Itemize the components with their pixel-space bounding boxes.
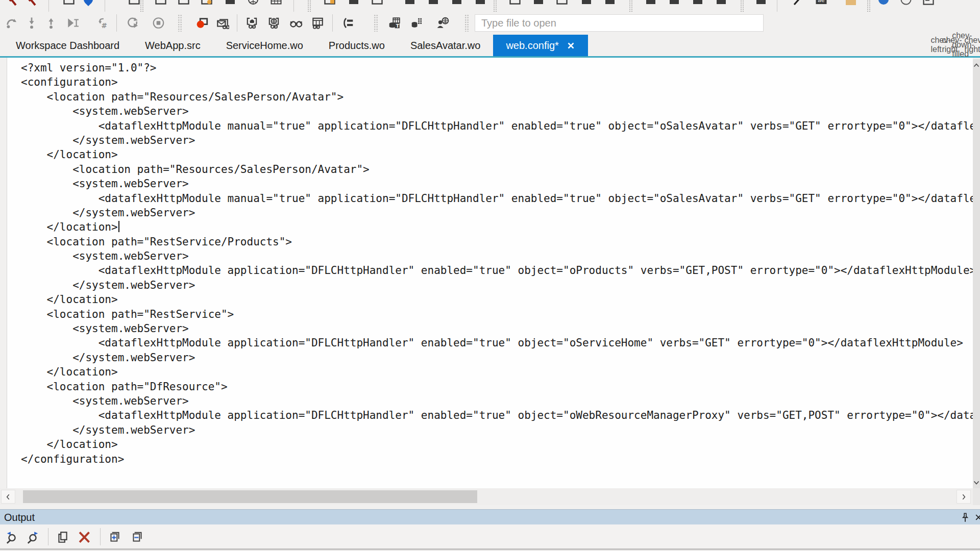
step-number-icon[interactable]: #	[94, 15, 110, 31]
tab-label: Products.wo	[329, 40, 385, 52]
code-line: <location path="Resources/SalesPerson/Av…	[21, 90, 973, 104]
dark-icon[interactable]	[603, 0, 618, 8]
toolbar-separator	[332, 14, 333, 32]
dark-icon[interactable]	[644, 0, 658, 8]
toolbar-grip-dots	[740, 0, 744, 12]
vertical-scrollbar[interactable]	[973, 59, 980, 488]
dark-icon[interactable]	[224, 0, 238, 8]
glasses-icon[interactable]	[288, 15, 304, 31]
code-line: </system.webServer>	[21, 350, 973, 365]
code-line: </location>	[21, 220, 973, 234]
frame-icon[interactable]	[508, 0, 523, 8]
scroll-right-button[interactable]	[957, 490, 971, 504]
box-lines-icon[interactable]	[922, 0, 936, 8]
dark-icon[interactable]	[347, 0, 361, 8]
database-table-icon[interactable]: T	[386, 15, 403, 31]
code-line: </system.webServer>	[21, 278, 973, 292]
find-next-icon[interactable]	[24, 529, 42, 546]
toolbar-grip-dots	[464, 14, 469, 32]
copy-output-icon[interactable]	[54, 529, 71, 546]
dark-icon[interactable]	[691, 0, 705, 8]
code-line: <dataflexHttpModule application="DFLCHtt…	[21, 408, 973, 422]
blue-shape-icon[interactable]	[82, 0, 96, 8]
scroll-up-icon[interactable]	[973, 61, 980, 69]
code-line: </location>	[21, 437, 973, 452]
globe-grid-glasses-icon[interactable]	[266, 15, 282, 31]
toolbar-separator	[48, 0, 49, 12]
blue-circle-icon[interactable]	[877, 0, 891, 8]
grid-half-icon[interactable]	[270, 0, 284, 8]
beige-icon[interactable]	[844, 0, 859, 8]
frame-orange-icon[interactable]	[323, 0, 337, 8]
collapse-all-icon[interactable]	[129, 529, 146, 546]
dark-icon[interactable]	[668, 0, 682, 8]
dark-icon[interactable]	[450, 0, 464, 8]
run-to-cursor-icon[interactable]	[64, 15, 81, 31]
tab-webapp-src[interactable]: WebApp.src	[132, 35, 213, 56]
dark-icon[interactable]	[532, 0, 546, 8]
table-glasses-icon[interactable]	[309, 15, 326, 31]
tab-products-wo[interactable]: Products.wo	[316, 35, 398, 56]
stop-icon[interactable]	[151, 15, 167, 31]
scroll-down-icon[interactable]	[973, 479, 980, 487]
horizontal-scrollbar-thumb[interactable]	[23, 490, 477, 503]
outline-list-icon[interactable]	[339, 15, 356, 31]
dark-icon[interactable]	[715, 0, 729, 8]
red-x-icon[interactable]	[24, 0, 39, 8]
code-line: </system.webServer>	[21, 423, 973, 437]
expand-all-icon[interactable]	[106, 529, 124, 546]
dark-icon[interactable]	[754, 0, 769, 8]
tab-bar: Workspace DashboardWebApp.srcServiceHome…	[0, 35, 980, 58]
toolbar-separator	[105, 0, 105, 12]
frame-icon[interactable]	[177, 0, 191, 8]
tab-close-icon[interactable]	[567, 41, 575, 50]
horizontal-scrollbar[interactable]	[0, 488, 973, 505]
clear-output-icon[interactable]	[76, 529, 93, 546]
dark-icon[interactable]	[427, 0, 441, 8]
code-editor[interactable]: <?xml version="1.0"?><configuration> <lo…	[7, 58, 973, 488]
globe-half-icon[interactable]	[247, 0, 261, 8]
pin-icon[interactable]	[959, 511, 972, 524]
tab-workspace-dashboard[interactable]: Workspace Dashboard	[3, 35, 132, 56]
toolbar-separator	[293, 0, 294, 12]
gray-circle-icon[interactable]	[899, 0, 914, 8]
frame-icon[interactable]	[371, 0, 385, 8]
database-grid-icon[interactable]	[409, 15, 425, 31]
find-previous-icon[interactable]	[3, 529, 20, 546]
mail-stack-glasses-icon[interactable]	[214, 15, 231, 31]
dark-icon[interactable]	[474, 0, 488, 8]
frame-icon[interactable]	[555, 0, 570, 8]
frame-dot-icon[interactable]	[200, 0, 214, 8]
frame-icon[interactable]	[62, 0, 77, 8]
close-output-icon[interactable]	[972, 511, 980, 524]
code-line: </system.webServer>	[21, 133, 973, 147]
code-cube-glasses-icon[interactable]	[244, 15, 260, 31]
output-panel-header[interactable]: Output	[0, 509, 980, 525]
code-line: <dataflexHttpModule manual="true" applic…	[21, 191, 973, 206]
code-line: <dataflexHttpModule application="DFLCHtt…	[21, 263, 973, 278]
scroll-left-button[interactable]	[1, 490, 15, 504]
toolbar-grip-dots	[629, 0, 633, 12]
dark-icon[interactable]	[580, 0, 594, 8]
output-toolbar	[0, 524, 980, 550]
toolbar-separator	[777, 0, 777, 12]
step-down-arrow-icon[interactable]	[23, 15, 40, 31]
pen-icon[interactable]	[792, 0, 806, 8]
ae-icon[interactable]: ae	[815, 0, 829, 8]
file-open-input[interactable]	[475, 14, 764, 32]
redo-arrow-icon[interactable]	[4, 15, 20, 31]
tab-overflow-right-icon[interactable]: chev-right	[969, 39, 980, 51]
code-line: <dataflexHttpModule manual="true" applic…	[21, 119, 973, 133]
red-x-icon[interactable]	[5, 0, 19, 8]
code-line: <dataflexHttpModule application="DFLCHtt…	[21, 336, 973, 350]
dark-icon[interactable]	[403, 0, 418, 8]
tab-web-config-[interactable]: web.config*	[493, 35, 587, 56]
frame-icon[interactable]	[154, 0, 168, 8]
user-globe-icon[interactable]	[434, 15, 451, 31]
record-window-icon[interactable]	[194, 15, 210, 31]
tab-salesavatar-wo[interactable]: SalesAvatar.wo	[398, 35, 494, 56]
step-up-arrow-icon[interactable]	[43, 15, 59, 31]
restart-run-icon[interactable]	[125, 15, 141, 31]
tab-servicehome-wo[interactable]: ServiceHome.wo	[213, 35, 316, 56]
tab-label: WebApp.src	[145, 40, 201, 52]
